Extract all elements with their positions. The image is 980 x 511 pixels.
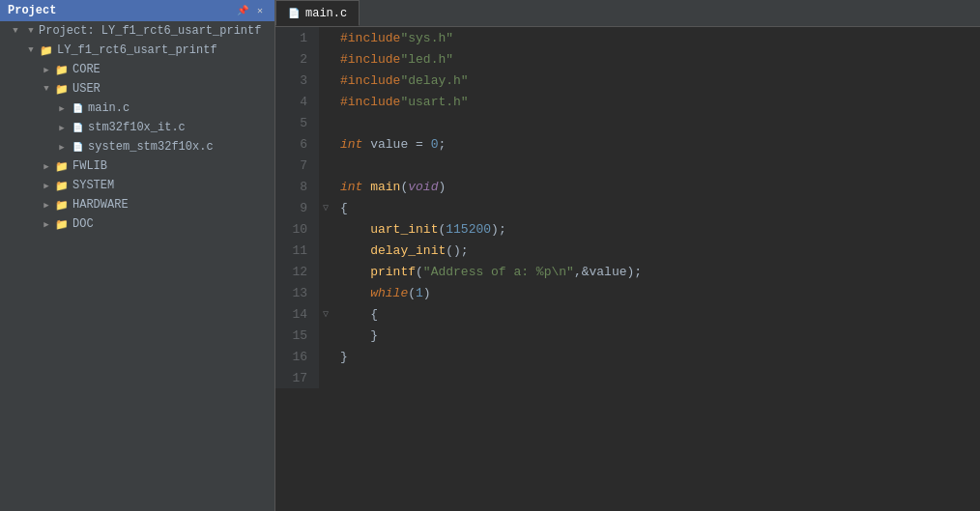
line-num-9: 9: [275, 197, 319, 218]
tab-file-icon: 📄: [288, 8, 300, 19]
stm32-label: stm32f10x_it.c: [88, 121, 186, 134]
close-sidebar-button[interactable]: ✕: [253, 4, 267, 17]
code-lines: 1 #include "sys.h" 2 #include "led.h" 3 …: [275, 27, 980, 388]
tree-item-fwlib[interactable]: ▶ 📁 FWLIB: [0, 156, 274, 176]
code-line-2: 2 #include "led.h": [275, 48, 980, 70]
line-num-15: 15: [275, 325, 319, 346]
project-node-label: LY_f1_rct6_usart_printf: [57, 43, 217, 57]
code-line-14: 14 ▽ {: [275, 303, 980, 325]
line-content-12: printf("Address of a: %p\n",&value);: [332, 261, 980, 282]
tree-item-main-c[interactable]: ▶ 📄 main.c: [0, 99, 274, 118]
line-content-10: uart_init(115200);: [332, 218, 980, 240]
code-line-16: 16 }: [275, 346, 980, 367]
code-content-area[interactable]: 1 #include "sys.h" 2 #include "led.h" 3 …: [275, 27, 980, 511]
line-num-1: 1: [275, 27, 319, 48]
project-root-label: Project: LY_f1_rct6_usart_printf: [39, 24, 261, 38]
line-content-15: }: [332, 325, 980, 346]
code-line-17: 17: [275, 367, 980, 388]
gutter-15: [319, 325, 332, 346]
file-icon-systemstm: 📄: [70, 141, 85, 153]
sidebar-header: Project 📌 ✕: [0, 0, 274, 21]
line-content-16: }: [332, 346, 980, 367]
line-num-11: 11: [275, 240, 319, 261]
systemstm-label: system_stm32f10x.c: [88, 140, 214, 154]
tab-main-c[interactable]: 📄 main.c: [275, 0, 360, 26]
folder-icon-doc: 📁: [54, 218, 70, 230]
line-content-14: {: [332, 303, 980, 325]
tree-item-project-node[interactable]: ▼ 📁 LY_f1_rct6_usart_printf: [0, 41, 274, 60]
doc-label: DOC: [72, 217, 94, 231]
gutter-16: [319, 346, 332, 367]
line-content-7: [332, 155, 980, 176]
code-line-4: 4 #include "usart.h": [275, 91, 980, 112]
user-label: USER: [72, 82, 101, 96]
code-line-12: 12 printf("Address of a: %p\n",&value);: [275, 261, 980, 282]
gutter-2: [319, 48, 332, 70]
tree-item-project-root[interactable]: ▼ ▼ Project: LY_f1_rct6_usart_printf: [0, 21, 274, 41]
expand-icon-stm32: ▶: [54, 120, 70, 135]
file-icon-main: 📄: [70, 102, 85, 114]
tree-item-stm32[interactable]: ▶ 📄 stm32f10x_it.c: [0, 118, 274, 137]
core-label: CORE: [72, 63, 101, 76]
expand-icon-project: ▼: [23, 43, 39, 58]
sidebar: Project 📌 ✕ ▼ ▼ Project: LY_f1_rct6_usar…: [0, 0, 275, 511]
code-line-15: 15 }: [275, 325, 980, 346]
line-num-7: 7: [275, 155, 319, 176]
line-content-4: #include "usart.h": [332, 91, 980, 112]
code-line-7: 7: [275, 155, 980, 176]
folder-icon-system: 📁: [54, 180, 70, 191]
line-content-3: #include "delay.h": [332, 70, 980, 91]
tree-item-system-stm[interactable]: ▶ 📄 system_stm32f10x.c: [0, 137, 274, 156]
folder-icon-project: 📁: [39, 44, 54, 56]
gutter-12: [319, 261, 332, 282]
gutter-8: [319, 176, 332, 197]
fwlib-label: FWLIB: [72, 159, 107, 173]
line-num-4: 4: [275, 91, 319, 112]
line-num-14: 14: [275, 303, 319, 325]
gutter-1: [319, 27, 332, 48]
expand-icon-main: ▶: [54, 100, 70, 116]
folder-icon-core: 📁: [54, 64, 70, 75]
main-c-label: main.c: [88, 101, 130, 115]
line-content-8: int main(void): [332, 176, 980, 197]
expand-icon-core: ▶: [39, 62, 54, 77]
expand-icon-fwlib: ▶: [39, 158, 54, 174]
code-line-9: 9 ▽ {: [275, 197, 980, 218]
line-content-11: delay_init();: [332, 240, 980, 261]
folder-icon-hardware: 📁: [54, 199, 70, 211]
tree-item-core[interactable]: ▶ 📁 CORE: [0, 60, 274, 79]
gutter-14: ▽: [319, 303, 332, 325]
line-num-16: 16: [275, 346, 319, 367]
gutter-9: ▽: [319, 197, 332, 218]
tree-item-user[interactable]: ▼ 📁 USER: [0, 79, 274, 99]
line-num-12: 12: [275, 261, 319, 282]
line-num-6: 6: [275, 133, 319, 155]
code-line-3: 3 #include "delay.h": [275, 70, 980, 91]
gutter-13: [319, 282, 332, 303]
line-num-5: 5: [275, 112, 319, 133]
expand-icon-user: ▼: [39, 81, 54, 97]
gutter-5: [319, 112, 332, 133]
line-content-13: while(1): [332, 282, 980, 303]
line-content-5: [332, 112, 980, 133]
code-line-10: 10 uart_init(115200);: [275, 218, 980, 240]
line-content-9: {: [332, 197, 980, 218]
gutter-17: [319, 367, 332, 388]
line-num-2: 2: [275, 48, 319, 70]
pin-button[interactable]: 📌: [236, 4, 249, 17]
code-line-11: 11 delay_init();: [275, 240, 980, 261]
tree-item-system[interactable]: ▶ 📁 SYSTEM: [0, 176, 274, 195]
expand-icon: ▼: [8, 23, 23, 39]
gutter-11: [319, 240, 332, 261]
line-content-2: #include "led.h": [332, 48, 980, 70]
system-label: SYSTEM: [72, 179, 114, 192]
folder-icon-user: 📁: [54, 83, 70, 95]
code-line-8: 8 int main(void): [275, 176, 980, 197]
code-line-13: 13 while(1): [275, 282, 980, 303]
line-num-8: 8: [275, 176, 319, 197]
line-content-6: int value = 0;: [332, 133, 980, 155]
line-num-13: 13: [275, 282, 319, 303]
tree-item-hardware[interactable]: ▶ 📁 HARDWARE: [0, 195, 274, 214]
line-content-17: [332, 367, 980, 388]
tree-item-doc[interactable]: ▶ 📁 DOC: [0, 214, 274, 234]
